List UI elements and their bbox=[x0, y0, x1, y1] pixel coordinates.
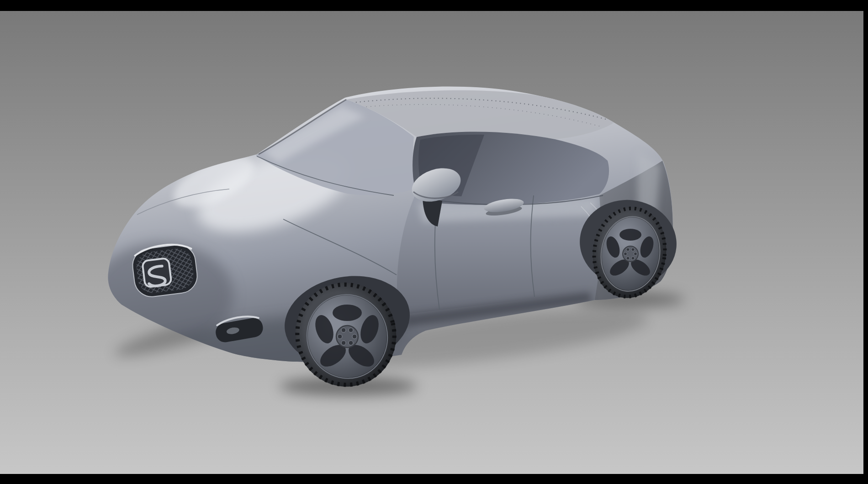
application-window bbox=[0, 0, 868, 484]
lug-nut bbox=[341, 328, 346, 332]
lug-nut bbox=[631, 248, 635, 251]
viewport-3d[interactable] bbox=[0, 0, 868, 484]
lug-nut bbox=[624, 253, 627, 256]
lug-nut bbox=[349, 341, 353, 345]
right-bar bbox=[863, 0, 868, 484]
lug-nut bbox=[349, 328, 353, 332]
lug-nut bbox=[631, 257, 635, 260]
bottom-bar bbox=[0, 474, 868, 484]
lug-nut bbox=[352, 334, 357, 339]
top-bar bbox=[0, 0, 868, 11]
lug-nut bbox=[626, 248, 630, 251]
lug-nut bbox=[341, 341, 346, 345]
lug-nut bbox=[338, 334, 342, 339]
lug-nut bbox=[634, 253, 637, 256]
lug-nut bbox=[626, 257, 630, 260]
seat-badge bbox=[142, 258, 172, 288]
spoke-pocket bbox=[619, 229, 641, 241]
spoke-pocket bbox=[333, 305, 362, 321]
